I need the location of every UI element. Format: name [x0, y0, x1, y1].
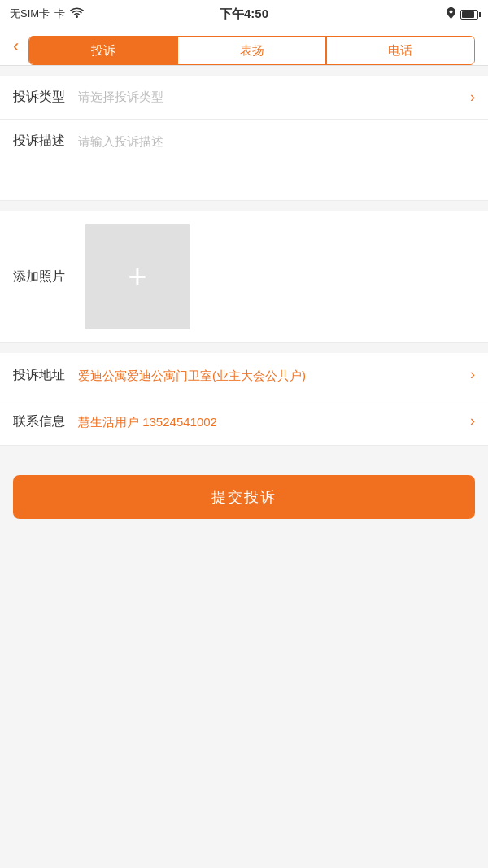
plus-icon: +: [128, 260, 146, 293]
complaint-type-chevron: ›: [470, 89, 475, 106]
form-section-main: 投诉类型 请选择投诉类型 › 投诉描述 请输入投诉描述: [0, 76, 488, 201]
complaint-address-label: 投诉地址: [13, 366, 72, 384]
complaint-address-value: 爱迪公寓爱迪公寓门卫室(业主大会公共户): [72, 366, 464, 386]
tab-complaint[interactable]: 投诉: [29, 37, 176, 64]
complaint-desc-row[interactable]: 投诉描述 请输入投诉描述: [0, 120, 488, 201]
battery-icon: [460, 8, 478, 20]
wifi-icon: [70, 7, 84, 20]
tab-phone[interactable]: 电话: [327, 37, 474, 64]
contact-info-row[interactable]: 联系信息 慧生活用户 13524541002 ›: [0, 399, 488, 446]
complaint-type-value: 请选择投诉类型: [72, 89, 464, 105]
tab-praise[interactable]: 表扬: [178, 37, 325, 64]
status-right: [447, 7, 478, 21]
status-bar: 无SIM卡 卡 下午4:50: [0, 0, 488, 28]
svg-point-0: [76, 15, 78, 18]
complaint-desc-label: 投诉描述: [13, 133, 72, 150]
content: 投诉类型 请选择投诉类型 › 投诉描述 请输入投诉描述 添加照片 + 投诉地址 …: [0, 76, 488, 636]
carrier-text: 无SIM卡: [10, 7, 50, 21]
photo-add-button[interactable]: +: [85, 224, 190, 329]
contact-info-chevron: ›: [470, 412, 475, 430]
bottom-space: [0, 539, 488, 636]
nav-header: ‹ 投诉 表扬 电话: [0, 28, 488, 66]
complaint-type-label: 投诉类型: [13, 89, 72, 106]
complaint-type-row[interactable]: 投诉类型 请选择投诉类型 ›: [0, 76, 488, 120]
contact-info-label: 联系信息: [13, 412, 72, 430]
complaint-address-chevron: ›: [470, 366, 475, 383]
status-left: 无SIM卡 卡: [10, 7, 84, 21]
sim-icon: 卡: [54, 7, 65, 21]
photo-label: 添加照片: [13, 268, 72, 286]
contact-info-value: 慧生活用户 13524541002: [72, 412, 464, 432]
location-icon: [447, 7, 455, 21]
back-button[interactable]: ‹: [13, 37, 19, 63]
photo-section: 添加照片 +: [0, 211, 488, 343]
complaint-address-row[interactable]: 投诉地址 爱迪公寓爱迪公寓门卫室(业主大会公共户) ›: [0, 353, 488, 399]
complaint-desc-value: 请输入投诉描述: [72, 133, 475, 151]
info-section: 投诉地址 爱迪公寓爱迪公寓门卫室(业主大会公共户) › 联系信息 慧生活用户 1…: [0, 353, 488, 446]
submit-button[interactable]: 提交投诉: [13, 475, 475, 519]
submit-area: 提交投诉: [0, 456, 488, 539]
status-time: 下午4:50: [220, 7, 268, 22]
tab-group: 投诉 表扬 电话: [28, 36, 475, 65]
svg-point-1: [450, 10, 453, 13]
